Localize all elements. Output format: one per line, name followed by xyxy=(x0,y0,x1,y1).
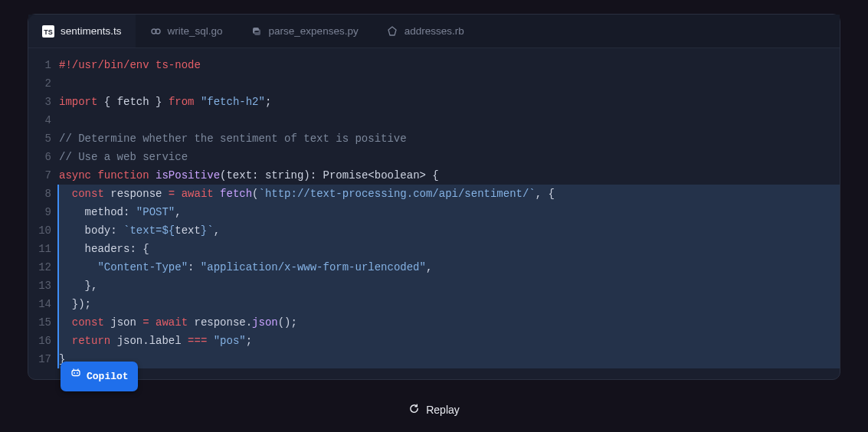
line-number: 2 xyxy=(28,74,51,93)
code-line: "Content-Type": "application/x-www-form-… xyxy=(57,258,840,277)
code-line: headers: { xyxy=(57,240,840,258)
go-icon xyxy=(149,25,162,38)
code-line: }); xyxy=(57,295,840,313)
line-number: 8 xyxy=(28,185,51,203)
line-number: 17 xyxy=(28,350,51,368)
line-number: 16 xyxy=(28,332,51,350)
copilot-button[interactable]: Copilot xyxy=(61,362,138,391)
code-line xyxy=(59,74,840,93)
ts-icon: TS xyxy=(42,25,54,38)
code-line: // Use a web service xyxy=(59,148,840,166)
code-line: } xyxy=(57,350,840,368)
tab-label: parse_expenses.py xyxy=(269,25,359,37)
tab-bar: TSsentiments.tswrite_sql.goparse_expense… xyxy=(28,15,840,48)
code-line: #!/usr/bin/env ts-node xyxy=(59,56,840,74)
line-number: 6 xyxy=(28,148,51,166)
code-line: import { fetch } from "fetch-h2"; xyxy=(59,93,840,111)
line-number: 13 xyxy=(28,277,51,295)
code-line: method: "POST", xyxy=(57,203,840,221)
line-number: 5 xyxy=(28,129,51,148)
copilot-label: Copilot xyxy=(87,368,129,386)
replay-button[interactable]: Replay xyxy=(28,380,840,417)
tab-label: addresses.rb xyxy=(405,25,464,37)
svg-point-5 xyxy=(77,372,78,374)
replay-label: Replay xyxy=(426,404,460,416)
code-line xyxy=(59,111,840,129)
line-number: 12 xyxy=(28,258,51,277)
replay-icon xyxy=(408,403,420,417)
code-area: 1234567891011121314151617 #!/usr/bin/env… xyxy=(28,48,840,379)
code-line: const response = await fetch(`http://tex… xyxy=(57,185,840,203)
svg-point-4 xyxy=(74,372,75,374)
line-number: 1 xyxy=(28,56,51,74)
line-number: 11 xyxy=(28,240,51,258)
code-line: async function isPositive(text: string):… xyxy=(59,166,840,185)
line-number-gutter: 1234567891011121314151617 xyxy=(28,56,59,368)
line-number: 9 xyxy=(28,203,51,221)
tab-write_sql-go[interactable]: write_sql.go xyxy=(136,15,237,47)
tab-sentiments-ts[interactable]: TSsentiments.ts xyxy=(28,15,136,47)
line-number: 3 xyxy=(28,93,51,111)
tab-addresses-rb[interactable]: addresses.rb xyxy=(372,15,478,47)
code-line: // Determine whether the sentiment of te… xyxy=(59,129,840,148)
code-line: const json = await response.json(); xyxy=(57,313,840,332)
line-number: 15 xyxy=(28,313,51,332)
code-line: }, xyxy=(57,277,840,295)
tab-parse_expenses-py[interactable]: parse_expenses.py xyxy=(237,15,372,47)
copilot-icon xyxy=(70,367,82,386)
editor-window: TSsentiments.tswrite_sql.goparse_expense… xyxy=(28,14,840,380)
line-number: 10 xyxy=(28,221,51,240)
tab-label: sentiments.ts xyxy=(61,25,122,37)
ruby-icon xyxy=(386,25,398,38)
line-number: 14 xyxy=(28,295,51,313)
code-line: return json.label === "pos"; xyxy=(57,332,840,350)
python-icon xyxy=(251,25,263,38)
code-lines[interactable]: #!/usr/bin/env ts-nodeimport { fetch } f… xyxy=(59,56,840,368)
tab-label: write_sql.go xyxy=(168,25,223,37)
line-number: 7 xyxy=(28,166,51,185)
line-number: 4 xyxy=(28,111,51,129)
svg-text:TS: TS xyxy=(44,28,53,36)
code-line: body: `text=${text}`, xyxy=(57,221,840,240)
